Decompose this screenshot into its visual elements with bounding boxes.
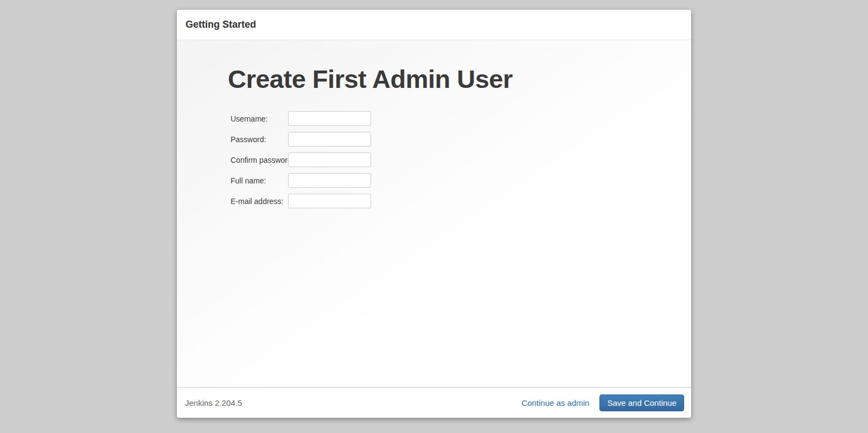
dialog-footer: Jenkins 2.204.5 Continue as admin Save a… [177,387,691,418]
username-label: Username: [231,114,288,123]
continue-as-admin-link[interactable]: Continue as admin [521,398,589,407]
fullname-input[interactable] [288,173,371,188]
confirm-password-input[interactable] [288,152,371,167]
dialog-title: Getting Started [186,19,256,30]
form-row-fullname: Full name: [231,173,371,188]
email-input[interactable] [288,194,371,208]
fullname-label: Full name: [231,176,288,185]
form-row-email: E-mail address: [231,194,371,208]
create-admin-form: Username: Password: Confirm password: Fu… [231,111,371,214]
confirm-password-label: Confirm password: [231,156,288,164]
jenkins-version-label: Jenkins 2.204.5 [185,398,242,407]
password-label: Password: [231,135,288,144]
dialog-header: Getting Started [177,10,691,40]
form-row-username: Username: [231,111,371,126]
page-title: Create First Admin User [228,65,513,93]
dialog-body: Create First Admin User Username: Passwo… [177,40,691,387]
form-row-password: Password: [231,132,371,147]
email-label: E-mail address: [231,197,288,206]
username-input[interactable] [288,111,371,126]
password-input[interactable] [288,132,371,147]
save-and-continue-button[interactable]: Save and Continue [599,394,684,411]
form-row-confirm-password: Confirm password: [231,152,371,167]
setup-wizard-dialog: Getting Started Create First Admin User … [177,10,691,418]
